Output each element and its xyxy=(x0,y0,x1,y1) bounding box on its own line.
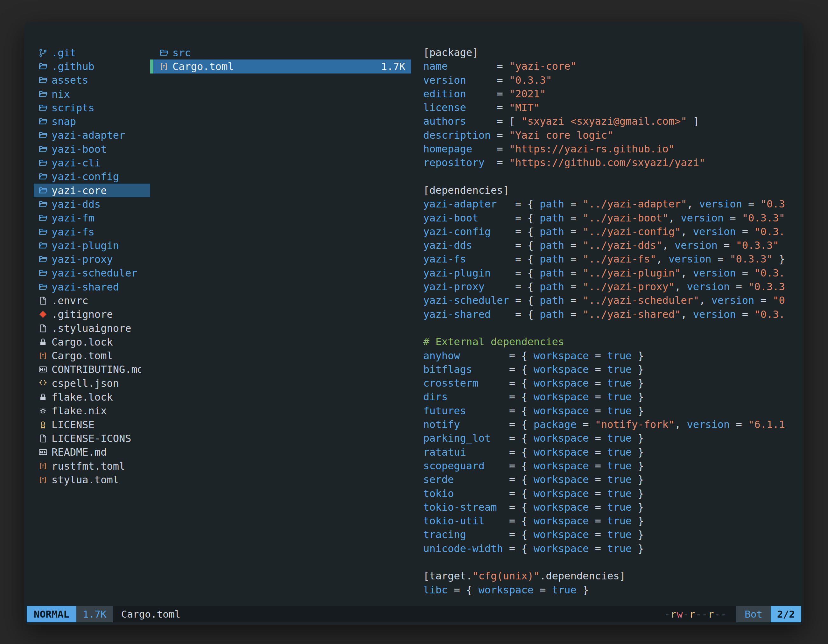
preview-line: tracing = { workspace = true } xyxy=(423,528,799,542)
preview-line: edition = "2021" xyxy=(423,87,799,101)
preview-pane[interactable]: [package]name = "yazi-core"version = "0.… xyxy=(423,46,799,597)
preview-line: crossterm = { workspace = true } xyxy=(423,376,799,390)
file-row[interactable]: yazi-shared xyxy=(34,280,150,294)
file-name: yazi-plugin xyxy=(52,240,119,252)
file-row[interactable]: yazi-fs xyxy=(34,225,150,239)
preview-lines: [package]name = "yazi-core"version = "0.… xyxy=(423,46,799,597)
file-row[interactable]: Cargo.lock xyxy=(34,335,150,349)
json-icon xyxy=(38,379,48,388)
markdown-icon xyxy=(38,447,48,457)
file-row[interactable]: .git xyxy=(34,46,150,60)
preview-line: scopeguard = { workspace = true } xyxy=(423,459,799,473)
preview-line xyxy=(423,170,799,183)
file-row[interactable]: CONTRIBUTING.md xyxy=(34,363,150,376)
folder-icon xyxy=(38,172,48,181)
preview-line: description = "Yazi core logic" xyxy=(423,128,799,142)
git-branch-icon xyxy=(38,48,48,58)
file-row[interactable]: yazi-scheduler xyxy=(34,266,150,280)
file-name: flake.lock xyxy=(52,391,113,403)
cursor-position: 2/2 xyxy=(771,606,801,622)
file-name: yazi-cli xyxy=(52,157,100,169)
toml-icon xyxy=(38,475,48,484)
file-name: Cargo.toml xyxy=(172,60,234,72)
file-name: Cargo.toml xyxy=(52,350,113,362)
preview-line: ratatui = { workspace = true } xyxy=(423,445,799,459)
file-row[interactable]: Cargo.toml 1.7K xyxy=(150,60,411,73)
current-directory-pane[interactable]: src Cargo.toml 1.7K xyxy=(150,46,411,597)
preview-line: serde = { workspace = true } xyxy=(423,473,799,486)
file-row[interactable]: README.md xyxy=(34,445,150,459)
status-bar: NORMAL 1.7K Cargo.toml -rw-r--r-- Bot 2/… xyxy=(27,606,801,622)
file-row[interactable]: flake.lock xyxy=(34,390,150,404)
preview-line: bitflags = { workspace = true } xyxy=(423,363,799,376)
file-row[interactable]: rustfmt.toml xyxy=(34,459,150,473)
file-row[interactable]: yazi-boot xyxy=(34,142,150,156)
license-icon xyxy=(38,420,48,429)
lock-icon xyxy=(38,337,48,347)
file-name: yazi-fs xyxy=(52,226,94,238)
file-row[interactable]: LICENSE xyxy=(34,418,150,431)
preview-line: tokio = { workspace = true } xyxy=(423,487,799,500)
file-name: stylua.toml xyxy=(52,474,119,486)
file-name: yazi-proxy xyxy=(52,253,113,265)
file-size: 1.7K xyxy=(375,60,405,72)
file-row[interactable]: LICENSE-ICONS xyxy=(34,431,150,445)
folder-icon xyxy=(159,48,169,58)
file-row[interactable]: yazi-dds xyxy=(34,197,150,211)
markdown-icon xyxy=(38,365,48,374)
toml-icon xyxy=(38,461,48,471)
toml-icon xyxy=(38,351,48,360)
file-row[interactable]: yazi-plugin xyxy=(34,239,150,252)
file-row[interactable]: Cargo.toml xyxy=(34,349,150,363)
file-row[interactable]: yazi-proxy xyxy=(34,252,150,266)
file-row[interactable]: .envrc xyxy=(34,294,150,307)
folder-icon xyxy=(38,282,48,292)
file-row[interactable]: assets xyxy=(34,74,150,87)
preview-line: authors = [ "sxyazi <sxyazi@gmail.com>" … xyxy=(423,114,799,128)
toml-icon xyxy=(159,62,169,71)
file-name: yazi-dds xyxy=(52,198,100,210)
file-row[interactable]: .github xyxy=(34,60,150,73)
file-row[interactable]: flake.nix xyxy=(34,404,150,418)
mode-indicator: NORMAL xyxy=(27,606,76,622)
gitignore-icon xyxy=(38,310,48,319)
preview-line: version = "0.3.3" xyxy=(423,74,799,87)
folder-icon xyxy=(38,158,48,168)
file-row[interactable]: stylua.toml xyxy=(34,473,150,486)
preview-line: notify = { package = "notify-fork", vers… xyxy=(423,418,799,431)
folder-icon xyxy=(38,103,48,113)
file-icon xyxy=(38,296,48,306)
file-name: rustfmt.toml xyxy=(52,460,125,472)
file-row[interactable]: src xyxy=(150,46,411,60)
file-row[interactable]: snap xyxy=(34,114,150,128)
file-row[interactable]: .styluaignore xyxy=(34,321,150,335)
preview-line: libc = { workspace = true } xyxy=(423,583,799,597)
file-name: .github xyxy=(52,60,94,72)
file-row[interactable]: yazi-config xyxy=(34,170,150,183)
file-name: assets xyxy=(52,74,88,86)
preview-line: yazi-proxy = { path = "../yazi-proxy", v… xyxy=(423,280,799,294)
parent-directory-pane[interactable]: .git .github assets nix scripts xyxy=(34,46,150,597)
preview-line: parking_lot = { workspace = true } xyxy=(423,431,799,445)
file-row[interactable]: nix xyxy=(34,87,150,101)
preview-line: tokio-util = { workspace = true } xyxy=(423,514,799,528)
file-row[interactable]: yazi-cli xyxy=(34,156,150,169)
file-name: .git xyxy=(52,47,76,59)
folder-icon xyxy=(38,186,48,195)
file-row[interactable]: yazi-fm xyxy=(34,211,150,225)
file-row[interactable]: yazi-adapter xyxy=(34,128,150,142)
preview-line: anyhow = { workspace = true } xyxy=(423,349,799,363)
file-row[interactable]: .gitignore xyxy=(34,308,150,321)
folder-icon xyxy=(38,241,48,251)
preview-line: # External dependencies xyxy=(423,335,799,349)
file-row[interactable]: yazi-core xyxy=(34,183,150,197)
file-name: scripts xyxy=(52,102,94,114)
status-right-cluster: -rw-r--r-- Bot 2/2 xyxy=(664,606,801,622)
preview-line: yazi-fs = { path = "../yazi-fs", version… xyxy=(423,252,799,266)
file-row[interactable]: cspell.json xyxy=(34,376,150,390)
file-row[interactable]: scripts xyxy=(34,101,150,114)
file-name: snap xyxy=(52,116,76,128)
lock-icon xyxy=(38,392,48,402)
preview-line xyxy=(423,321,799,335)
folder-icon xyxy=(38,89,48,99)
